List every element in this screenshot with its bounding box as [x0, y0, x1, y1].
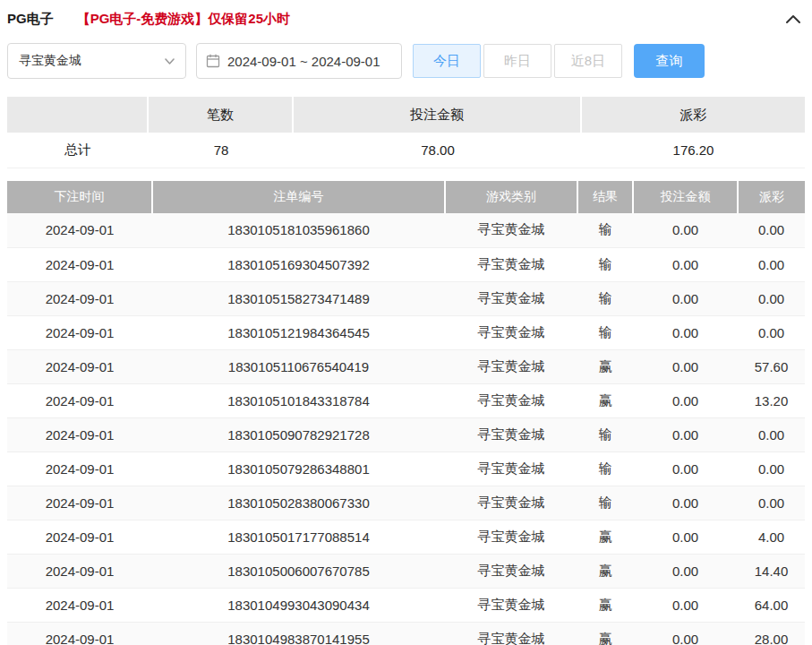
quick-range-button[interactable]: 近8日	[554, 44, 622, 78]
cell-bet-amount: 0.00	[633, 452, 738, 486]
cell-bet-amount: 0.00	[633, 383, 738, 417]
cell-result: 输	[577, 315, 633, 349]
betting-records-panel: PG电子 【PG电子-免费游戏】仅保留25小时 寻宝黄金城	[0, 0, 812, 645]
table-row: 2024-09-01 1830105121984364545 寻宝黄金城 输 0…	[7, 315, 805, 349]
chevron-down-icon	[165, 58, 175, 64]
cell-payout: 0.00	[738, 315, 805, 349]
game-select-value: 寻宝黄金城	[19, 53, 81, 69]
table-row: 2024-09-01 1830105110676540419 寻宝黄金城 赢 0…	[7, 349, 805, 383]
summary-header-payout: 派彩	[582, 97, 805, 133]
cell-payout: 0.00	[738, 213, 805, 247]
summary-total-bet-amount: 78.00	[294, 133, 582, 168]
cell-result: 赢	[577, 554, 633, 588]
cell-result: 输	[577, 417, 633, 452]
cell-order-id: 1830105079286348801	[152, 452, 445, 486]
cell-result: 赢	[577, 622, 633, 645]
cell-bet-amount: 0.00	[633, 622, 738, 645]
cell-order-id: 1830105181035961860	[152, 213, 445, 247]
cell-order-id: 1830105169304507392	[152, 247, 445, 281]
summary-total-label: 总计	[7, 133, 149, 168]
table-row: 2024-09-01 1830105028380067330 寻宝黄金城 输 0…	[7, 486, 805, 520]
summary-total-row: 总计 78 78.00 176.20	[7, 133, 805, 168]
cell-payout: 0.00	[738, 452, 805, 486]
cell-order-id: 1830105121984364545	[152, 315, 445, 349]
cell-game-type: 寻宝黄金城	[445, 486, 577, 520]
cell-order-id: 1830105158273471489	[152, 281, 445, 315]
retention-notice: 【PG电子-免费游戏】仅保留25小时	[77, 11, 290, 28]
summary-header-bet-amount: 投注金额	[294, 97, 582, 133]
cell-payout: 0.00	[738, 486, 805, 520]
table-row: 2024-09-01 1830105090782921728 寻宝黄金城 输 0…	[7, 417, 805, 452]
filter-bar: 寻宝黄金城 2024-09-01 ~ 2024-09-01 今日	[7, 43, 805, 79]
cell-payout: 4.00	[738, 520, 805, 554]
cell-game-type: 寻宝黄金城	[445, 281, 577, 315]
cell-order-id: 1830104983870141955	[152, 622, 445, 645]
cell-bet-time: 2024-09-01	[7, 213, 152, 247]
col-header-bet-amount: 投注金额	[633, 181, 738, 213]
cell-game-type: 寻宝黄金城	[445, 213, 577, 247]
cell-result: 输	[577, 213, 633, 247]
cell-game-type: 寻宝黄金城	[445, 417, 577, 452]
cell-result: 赢	[577, 588, 633, 622]
cell-bet-amount: 0.00	[633, 520, 738, 554]
cell-bet-time: 2024-09-01	[7, 588, 152, 622]
cell-payout: 0.00	[738, 247, 805, 281]
cell-game-type: 寻宝黄金城	[445, 349, 577, 383]
cell-payout: 13.20	[738, 383, 805, 417]
cell-bet-time: 2024-09-01	[7, 417, 152, 452]
summary-header-count: 笔数	[149, 97, 294, 133]
col-header-bet-time: 下注时间	[7, 181, 152, 213]
cell-payout: 28.00	[738, 622, 805, 645]
calendar-icon	[206, 54, 220, 68]
cell-game-type: 寻宝黄金城	[445, 383, 577, 417]
table-row: 2024-09-01 1830104993043090434 寻宝黄金城 赢 0…	[7, 588, 805, 622]
cell-payout: 14.40	[738, 554, 805, 588]
cell-bet-time: 2024-09-01	[7, 520, 152, 554]
cell-game-type: 寻宝黄金城	[445, 315, 577, 349]
table-row: 2024-09-01 1830105158273471489 寻宝黄金城 输 0…	[7, 281, 805, 315]
cell-game-type: 寻宝黄金城	[445, 452, 577, 486]
cell-payout: 64.00	[738, 588, 805, 622]
col-header-game-type: 游戏类别	[445, 181, 577, 213]
summary-total-count: 78	[149, 133, 294, 168]
date-range-value: 2024-09-01 ~ 2024-09-01	[227, 54, 380, 69]
cell-game-type: 寻宝黄金城	[445, 622, 577, 645]
panel-header: PG电子 【PG电子-免费游戏】仅保留25小时	[7, 0, 805, 38]
cell-bet-amount: 0.00	[633, 349, 738, 383]
quick-range-button[interactable]: 今日	[413, 44, 481, 78]
cell-game-type: 寻宝黄金城	[445, 247, 577, 281]
cell-result: 输	[577, 452, 633, 486]
collapse-chevron-up-icon[interactable]	[782, 11, 805, 28]
cell-bet-amount: 0.00	[633, 554, 738, 588]
records-body: 2024-09-01 1830105181035961860 寻宝黄金城 输 0…	[7, 213, 805, 645]
cell-bet-time: 2024-09-01	[7, 452, 152, 486]
cell-bet-time: 2024-09-01	[7, 554, 152, 588]
cell-payout: 57.60	[738, 349, 805, 383]
cell-result: 输	[577, 247, 633, 281]
cell-order-id: 1830105101843318784	[152, 383, 445, 417]
cell-bet-amount: 0.00	[633, 486, 738, 520]
cell-order-id: 1830105028380067330	[152, 486, 445, 520]
table-row: 2024-09-01 1830105169304507392 寻宝黄金城 输 0…	[7, 247, 805, 281]
quick-range-button[interactable]: 昨日	[483, 44, 551, 78]
table-row: 2024-09-01 1830105006007670785 寻宝黄金城 赢 0…	[7, 554, 805, 588]
cell-result: 赢	[577, 383, 633, 417]
cell-bet-amount: 0.00	[633, 588, 738, 622]
cell-bet-time: 2024-09-01	[7, 486, 152, 520]
records-header-row: 下注时间 注单编号 游戏类别 结果 投注金额 派彩	[7, 181, 805, 213]
records-table: 下注时间 注单编号 游戏类别 结果 投注金额 派彩 2024-09-01 183…	[7, 181, 805, 645]
summary-total-payout: 176.20	[582, 133, 805, 168]
cell-order-id: 1830105090782921728	[152, 417, 445, 452]
search-button[interactable]: 查询	[634, 44, 705, 78]
cell-game-type: 寻宝黄金城	[445, 554, 577, 588]
cell-game-type: 寻宝黄金城	[445, 520, 577, 554]
quick-range-group: 今日 昨日 近8日	[413, 44, 622, 78]
col-header-payout: 派彩	[738, 181, 805, 213]
cell-order-id: 1830105110676540419	[152, 349, 445, 383]
cell-bet-time: 2024-09-01	[7, 315, 152, 349]
game-select[interactable]: 寻宝黄金城	[7, 43, 186, 79]
date-range-picker[interactable]: 2024-09-01 ~ 2024-09-01	[196, 43, 402, 79]
col-header-order-id: 注单编号	[152, 181, 445, 213]
table-row: 2024-09-01 1830105079286348801 寻宝黄金城 输 0…	[7, 452, 805, 486]
cell-order-id: 1830105017177088514	[152, 520, 445, 554]
